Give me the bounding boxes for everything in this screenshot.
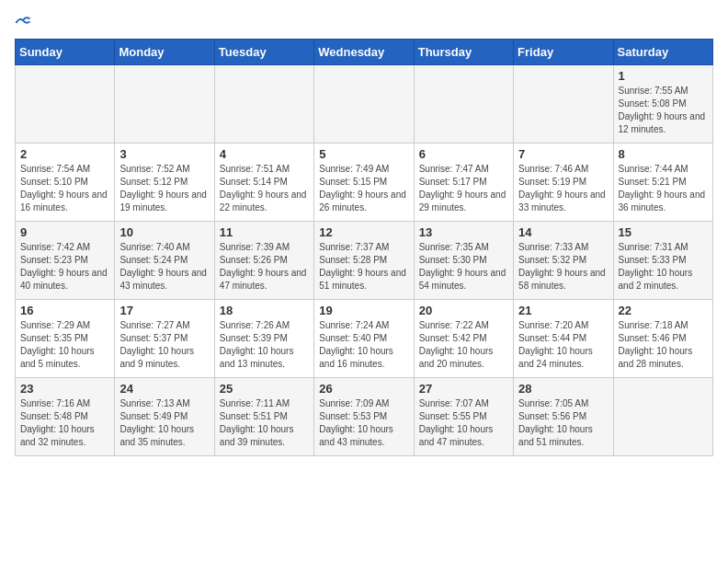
day-info: Sunrise: 7:09 AM Sunset: 5:53 PM Dayligh… (319, 397, 408, 449)
day-info: Sunrise: 7:11 AM Sunset: 5:51 PM Dayligh… (220, 397, 309, 449)
day-number: 11 (220, 225, 309, 239)
day-info: Sunrise: 7:22 AM Sunset: 5:42 PM Dayligh… (419, 319, 508, 371)
day-info: Sunrise: 7:07 AM Sunset: 5:55 PM Dayligh… (419, 397, 508, 449)
calendar-cell (514, 65, 613, 144)
day-info: Sunrise: 7:05 AM Sunset: 5:56 PM Dayligh… (518, 397, 608, 449)
calendar-table: SundayMondayTuesdayWednesdayThursdayFrid… (15, 39, 713, 456)
header-day: Monday (115, 40, 214, 65)
day-number: 14 (518, 225, 608, 239)
day-info: Sunrise: 7:39 AM Sunset: 5:26 PM Dayligh… (220, 241, 309, 293)
calendar-cell: 27Sunrise: 7:07 AM Sunset: 5:55 PM Dayli… (414, 378, 513, 456)
calendar-header: SundayMondayTuesdayWednesdayThursdayFrid… (16, 40, 713, 65)
day-info: Sunrise: 7:26 AM Sunset: 5:39 PM Dayligh… (220, 319, 309, 371)
day-number: 2 (20, 147, 109, 161)
day-number: 20 (419, 304, 508, 317)
day-number: 15 (619, 225, 708, 239)
calendar-cell: 22Sunrise: 7:18 AM Sunset: 5:46 PM Dayli… (613, 300, 712, 378)
calendar-cell: 28Sunrise: 7:05 AM Sunset: 5:56 PM Dayli… (514, 378, 613, 456)
day-number: 12 (319, 225, 408, 239)
day-number: 21 (518, 304, 608, 317)
calendar-cell: 1Sunrise: 7:55 AM Sunset: 5:08 PM Daylig… (613, 65, 712, 144)
header-day: Wednesday (314, 40, 414, 65)
calendar-cell: 12Sunrise: 7:37 AM Sunset: 5:28 PM Dayli… (314, 222, 414, 300)
day-info: Sunrise: 7:27 AM Sunset: 5:37 PM Dayligh… (119, 319, 209, 371)
calendar-cell: 10Sunrise: 7:40 AM Sunset: 5:24 PM Dayli… (115, 222, 214, 300)
day-number: 17 (119, 304, 209, 317)
day-info: Sunrise: 7:31 AM Sunset: 5:33 PM Dayligh… (619, 241, 708, 293)
header-row: SundayMondayTuesdayWednesdayThursdayFrid… (16, 40, 713, 65)
calendar-body: 1Sunrise: 7:55 AM Sunset: 5:08 PM Daylig… (16, 65, 713, 456)
day-number: 23 (20, 382, 109, 396)
day-number: 18 (220, 304, 309, 317)
calendar-cell: 4Sunrise: 7:51 AM Sunset: 5:14 PM Daylig… (214, 144, 313, 222)
calendar-cell: 20Sunrise: 7:22 AM Sunset: 5:42 PM Dayli… (414, 300, 513, 378)
calendar-cell: 8Sunrise: 7:44 AM Sunset: 5:21 PM Daylig… (613, 144, 712, 222)
day-info: Sunrise: 7:47 AM Sunset: 5:17 PM Dayligh… (419, 163, 508, 214)
day-info: Sunrise: 7:29 AM Sunset: 5:35 PM Dayligh… (20, 319, 109, 371)
day-info: Sunrise: 7:51 AM Sunset: 5:14 PM Dayligh… (220, 163, 309, 214)
calendar-cell (613, 378, 712, 456)
day-info: Sunrise: 7:46 AM Sunset: 5:19 PM Dayligh… (518, 163, 608, 214)
day-number: 13 (419, 225, 508, 239)
day-info: Sunrise: 7:44 AM Sunset: 5:21 PM Dayligh… (619, 163, 708, 214)
page-header (15, 15, 713, 31)
day-number: 6 (419, 147, 508, 161)
day-number: 28 (518, 382, 608, 396)
header-day: Tuesday (214, 40, 313, 65)
day-number: 25 (220, 382, 309, 396)
logo (15, 15, 35, 31)
header-day: Thursday (414, 40, 513, 65)
header-day: Friday (514, 40, 613, 65)
day-number: 3 (119, 147, 209, 161)
day-info: Sunrise: 7:35 AM Sunset: 5:30 PM Dayligh… (419, 241, 508, 293)
logo-icon (15, 15, 31, 31)
calendar-cell (16, 65, 115, 144)
day-info: Sunrise: 7:40 AM Sunset: 5:24 PM Dayligh… (119, 241, 209, 293)
day-info: Sunrise: 7:42 AM Sunset: 5:23 PM Dayligh… (20, 241, 109, 293)
calendar-cell: 5Sunrise: 7:49 AM Sunset: 5:15 PM Daylig… (314, 144, 414, 222)
calendar-cell: 13Sunrise: 7:35 AM Sunset: 5:30 PM Dayli… (414, 222, 513, 300)
calendar-cell: 3Sunrise: 7:52 AM Sunset: 5:12 PM Daylig… (115, 144, 214, 222)
day-info: Sunrise: 7:54 AM Sunset: 5:10 PM Dayligh… (20, 163, 109, 214)
calendar-cell: 25Sunrise: 7:11 AM Sunset: 5:51 PM Dayli… (214, 378, 313, 456)
day-info: Sunrise: 7:52 AM Sunset: 5:12 PM Dayligh… (119, 163, 209, 214)
day-number: 26 (319, 382, 408, 396)
day-number: 9 (20, 225, 109, 239)
calendar-cell: 9Sunrise: 7:42 AM Sunset: 5:23 PM Daylig… (16, 222, 115, 300)
calendar-cell: 16Sunrise: 7:29 AM Sunset: 5:35 PM Dayli… (16, 300, 115, 378)
day-number: 10 (119, 225, 209, 239)
calendar-cell: 17Sunrise: 7:27 AM Sunset: 5:37 PM Dayli… (115, 300, 214, 378)
day-number: 8 (619, 147, 708, 161)
calendar-week-row: 2Sunrise: 7:54 AM Sunset: 5:10 PM Daylig… (16, 144, 713, 222)
calendar-week-row: 23Sunrise: 7:16 AM Sunset: 5:48 PM Dayli… (16, 378, 713, 456)
day-info: Sunrise: 7:33 AM Sunset: 5:32 PM Dayligh… (518, 241, 608, 293)
header-day: Saturday (613, 40, 712, 65)
day-number: 27 (419, 382, 508, 396)
calendar-cell: 26Sunrise: 7:09 AM Sunset: 5:53 PM Dayli… (314, 378, 414, 456)
calendar-week-row: 9Sunrise: 7:42 AM Sunset: 5:23 PM Daylig… (16, 222, 713, 300)
day-number: 4 (220, 147, 309, 161)
day-info: Sunrise: 7:16 AM Sunset: 5:48 PM Dayligh… (20, 397, 109, 449)
calendar-week-row: 16Sunrise: 7:29 AM Sunset: 5:35 PM Dayli… (16, 300, 713, 378)
calendar-cell (314, 65, 414, 144)
day-info: Sunrise: 7:49 AM Sunset: 5:15 PM Dayligh… (319, 163, 408, 214)
day-info: Sunrise: 7:13 AM Sunset: 5:49 PM Dayligh… (119, 397, 209, 449)
calendar-cell: 18Sunrise: 7:26 AM Sunset: 5:39 PM Dayli… (214, 300, 313, 378)
calendar-cell: 23Sunrise: 7:16 AM Sunset: 5:48 PM Dayli… (16, 378, 115, 456)
calendar-cell: 6Sunrise: 7:47 AM Sunset: 5:17 PM Daylig… (414, 144, 513, 222)
day-info: Sunrise: 7:55 AM Sunset: 5:08 PM Dayligh… (619, 85, 708, 136)
calendar-cell (214, 65, 313, 144)
day-number: 22 (619, 304, 708, 317)
calendar-cell: 14Sunrise: 7:33 AM Sunset: 5:32 PM Dayli… (514, 222, 613, 300)
calendar-cell (414, 65, 513, 144)
day-number: 1 (619, 69, 708, 83)
calendar-cell: 2Sunrise: 7:54 AM Sunset: 5:10 PM Daylig… (16, 144, 115, 222)
day-number: 24 (119, 382, 209, 396)
calendar-cell: 21Sunrise: 7:20 AM Sunset: 5:44 PM Dayli… (514, 300, 613, 378)
day-number: 5 (319, 147, 408, 161)
calendar-cell: 7Sunrise: 7:46 AM Sunset: 5:19 PM Daylig… (514, 144, 613, 222)
calendar-cell: 24Sunrise: 7:13 AM Sunset: 5:49 PM Dayli… (115, 378, 214, 456)
day-number: 19 (319, 304, 408, 317)
day-info: Sunrise: 7:20 AM Sunset: 5:44 PM Dayligh… (518, 319, 608, 371)
day-info: Sunrise: 7:24 AM Sunset: 5:40 PM Dayligh… (319, 319, 408, 371)
